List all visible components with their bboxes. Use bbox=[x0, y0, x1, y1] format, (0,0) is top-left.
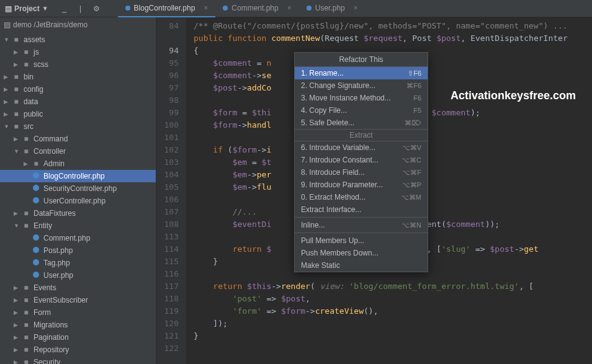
gear-icon[interactable]: ⚙ bbox=[91, 4, 103, 13]
close-icon[interactable]: × bbox=[287, 4, 292, 12]
line-number[interactable]: 94 bbox=[156, 45, 179, 57]
project-dropdown[interactable]: ▤ Project ▼ bbox=[0, 4, 53, 13]
context-menu-item[interactable]: 7. Introduce Constant...⌥⌘C bbox=[295, 154, 428, 166]
tree-item[interactable]: ▶■bin bbox=[0, 71, 156, 83]
tree-item[interactable]: ▶■js bbox=[0, 46, 156, 58]
tree-item[interactable]: ▶■Command bbox=[0, 133, 156, 145]
context-menu-item[interactable]: 0. Extract Method...⌥⌘M bbox=[295, 191, 428, 203]
line-number[interactable]: 84 bbox=[156, 20, 179, 32]
tree-item[interactable]: ▼■assets bbox=[0, 33, 156, 46]
line-number[interactable]: 116 bbox=[156, 268, 179, 280]
line-number[interactable]: 121 bbox=[156, 330, 179, 342]
line-number[interactable]: 95 bbox=[156, 57, 179, 69]
expand-arrow-icon[interactable]: ▼ bbox=[14, 223, 21, 229]
expand-arrow-icon[interactable]: ▼ bbox=[14, 148, 21, 154]
line-number[interactable]: 98 bbox=[156, 94, 179, 107]
tree-item[interactable]: ▶■config bbox=[0, 83, 156, 95]
line-number[interactable]: 108 bbox=[156, 218, 179, 231]
context-menu-item[interactable]: Make Static bbox=[295, 259, 428, 272]
context-menu-item[interactable]: 9. Introduce Parameter...⌥⌘P bbox=[295, 179, 428, 191]
editor-tab[interactable]: BlogController.php× bbox=[118, 0, 216, 17]
line-number[interactable]: 96 bbox=[156, 69, 179, 82]
tree-item[interactable]: Comment.php bbox=[0, 232, 156, 244]
line-number[interactable]: 102 bbox=[156, 144, 179, 156]
line-number[interactable]: 120 bbox=[156, 317, 179, 330]
expand-arrow-icon[interactable]: ▶ bbox=[14, 285, 21, 291]
tree-item[interactable]: UserController.php bbox=[0, 195, 156, 207]
tree-item[interactable]: SecurityController.php bbox=[0, 182, 156, 195]
line-number[interactable]: 117 bbox=[156, 280, 179, 293]
expand-arrow-icon[interactable]: ▶ bbox=[14, 322, 21, 328]
expand-arrow-icon[interactable]: ▶ bbox=[4, 111, 11, 117]
line-number[interactable]: 119 bbox=[156, 305, 179, 317]
tree-item[interactable]: ▶■scss bbox=[0, 58, 156, 71]
line-number[interactable]: 100 bbox=[156, 119, 179, 131]
expand-arrow-icon[interactable]: ▶ bbox=[14, 49, 21, 55]
tree-item[interactable]: Tag.php bbox=[0, 257, 156, 269]
context-menu-item[interactable]: 2. Change Signature...⌘F6 bbox=[295, 79, 428, 92]
context-menu-item[interactable]: 3. Move Instance Method...F6 bbox=[295, 92, 428, 104]
context-menu-item[interactable]: Push Members Down... bbox=[295, 247, 428, 259]
expand-arrow-icon[interactable]: ▶ bbox=[4, 86, 11, 92]
tree-item[interactable]: ▶■Admin bbox=[0, 158, 156, 170]
line-number[interactable]: 115 bbox=[156, 255, 179, 268]
line-number[interactable]: 103 bbox=[156, 156, 179, 169]
expand-arrow-icon[interactable]: ▶ bbox=[24, 161, 31, 167]
context-menu-item[interactable]: 5. Safe Delete...⌘⌦ bbox=[295, 117, 428, 129]
expand-arrow-icon[interactable]: ▶ bbox=[14, 210, 21, 216]
tree-label: Post.php bbox=[43, 246, 73, 255]
line-number[interactable]: 101 bbox=[156, 131, 179, 144]
expand-arrow-icon[interactable]: ▶ bbox=[4, 99, 11, 105]
expand-arrow-icon[interactable]: ▶ bbox=[14, 309, 21, 316]
expand-arrow-icon[interactable]: ▶ bbox=[14, 136, 21, 142]
line-number[interactable]: 99 bbox=[156, 107, 179, 119]
expand-arrow-icon[interactable]: ▶ bbox=[14, 359, 21, 364]
tree-item[interactable]: ▼■Controller bbox=[0, 145, 156, 158]
context-menu-item[interactable]: Extract Interface... bbox=[295, 203, 428, 216]
tree-item[interactable]: User.php bbox=[0, 269, 156, 282]
context-menu-item[interactable]: Pull Members Up... bbox=[295, 234, 428, 247]
editor-tab[interactable]: User.php× bbox=[299, 0, 366, 17]
line-number[interactable]: 122 bbox=[156, 342, 179, 355]
editor-tab[interactable]: Comment.php× bbox=[215, 0, 298, 17]
tree-item[interactable]: ▶■Form bbox=[0, 306, 156, 319]
context-menu-item[interactable]: 4. Copy File...F5 bbox=[295, 104, 428, 117]
line-number[interactable]: 118 bbox=[156, 293, 179, 305]
close-icon[interactable]: × bbox=[204, 4, 208, 12]
line-number[interactable]: 106 bbox=[156, 193, 179, 206]
line-number[interactable]: 107 bbox=[156, 206, 179, 218]
tree-item[interactable]: ▼■Entity bbox=[0, 220, 156, 232]
context-menu-item[interactable]: 6. Introduce Variable...⌥⌘V bbox=[295, 141, 428, 154]
line-number[interactable] bbox=[156, 32, 179, 45]
line-number[interactable]: 104 bbox=[156, 169, 179, 181]
expand-arrow-icon[interactable]: ▶ bbox=[4, 74, 11, 80]
tree-item[interactable]: ▶■EventSubscriber bbox=[0, 294, 156, 306]
expand-arrow-icon[interactable]: ▶ bbox=[14, 347, 21, 353]
tree-item[interactable]: ▼■src bbox=[0, 120, 156, 133]
tree-item[interactable]: ▶■Events bbox=[0, 282, 156, 294]
tree-item[interactable]: ▶■DataFixtures bbox=[0, 207, 156, 220]
tree-item[interactable]: ▶■data bbox=[0, 95, 156, 108]
tree-item[interactable]: ▶■Repository bbox=[0, 344, 156, 356]
tree-item[interactable]: BlogController.php bbox=[0, 170, 156, 182]
close-icon[interactable]: × bbox=[354, 4, 358, 12]
tree-item[interactable]: ▶■Migrations bbox=[0, 319, 156, 331]
tree-item[interactable]: Post.php bbox=[0, 244, 156, 257]
line-number[interactable]: 97 bbox=[156, 82, 179, 94]
tree-item[interactable]: ▶■public bbox=[0, 108, 156, 120]
breadcrumb[interactable]: ▤ demo /JetBrains/demo bbox=[0, 17, 156, 32]
context-menu-item[interactable]: Inline...⌥⌘N bbox=[295, 219, 428, 231]
expand-arrow-icon[interactable]: ▼ bbox=[4, 123, 11, 130]
collapse-icon[interactable]: ⎯ bbox=[58, 4, 71, 13]
line-number[interactable]: 114 bbox=[156, 243, 179, 255]
tree-item[interactable]: ▶■Security bbox=[0, 356, 156, 364]
expand-arrow-icon[interactable]: ▶ bbox=[14, 61, 21, 68]
expand-arrow-icon[interactable]: ▶ bbox=[14, 297, 21, 303]
context-menu-item[interactable]: 1. Rename...⇧F6 bbox=[295, 67, 428, 79]
context-menu-item[interactable]: 8. Introduce Field...⌥⌘F bbox=[295, 166, 428, 179]
line-number[interactable]: 113 bbox=[156, 231, 179, 243]
line-number[interactable]: 105 bbox=[156, 181, 179, 193]
expand-arrow-icon[interactable]: ▼ bbox=[4, 37, 11, 43]
expand-arrow-icon[interactable]: ▶ bbox=[14, 334, 21, 340]
tree-item[interactable]: ▶■Pagination bbox=[0, 331, 156, 344]
